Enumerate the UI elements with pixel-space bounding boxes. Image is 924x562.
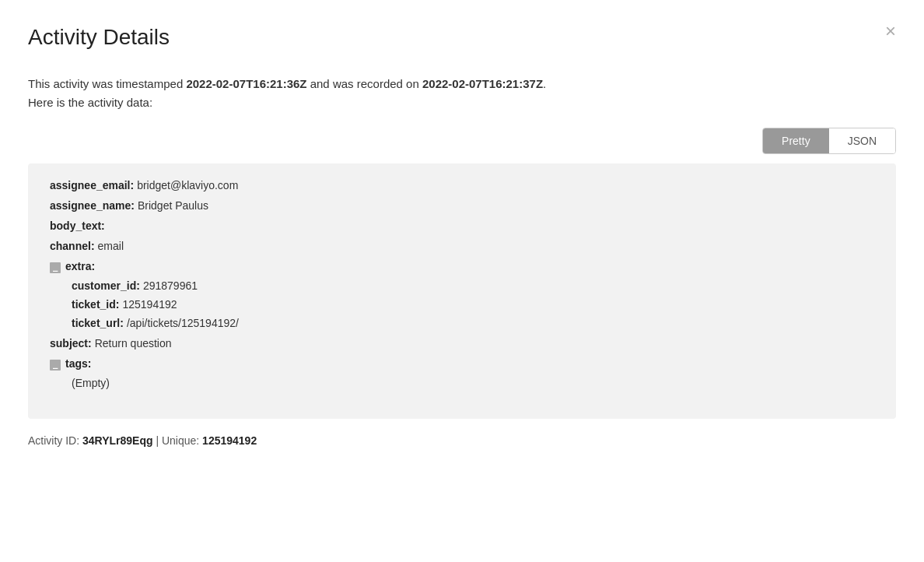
assignee-email-row: assignee_email: bridget@klaviyo.com (50, 179, 874, 191)
pretty-view-button[interactable]: Pretty (763, 128, 829, 153)
description-text: This activity was timestamped 2022-02-07… (28, 75, 896, 112)
body-text-key: body_text: (50, 220, 105, 232)
extra-collapse-icon[interactable]: ⎯ (50, 262, 61, 273)
unique-id: 125194192 (202, 434, 257, 447)
extra-nested-section: customer_id: 291879961 ticket_id: 125194… (72, 279, 874, 329)
description-suffix: . (543, 77, 546, 90)
subject-row: subject: Return question (50, 337, 874, 349)
tags-nested-section: (Empty) (72, 377, 874, 389)
tags-key: tags: (65, 357, 91, 370)
json-view-button[interactable]: JSON (829, 128, 895, 153)
channel-key: channel: (50, 240, 95, 252)
ticket-url-value: /api/tickets/125194192/ (127, 317, 239, 329)
activity-id: 34RYLr89Eqg (82, 434, 153, 447)
view-toolbar: Pretty JSON (28, 128, 896, 154)
channel-value: email (98, 240, 124, 252)
assignee-email-key: assignee_email: (50, 179, 134, 191)
description-prefix: This activity was timestamped (28, 77, 186, 90)
timestamp2: 2022-02-07T16:21:37Z (422, 77, 543, 90)
ticket-url-key: ticket_url: (72, 317, 124, 329)
footer-bar: Activity ID: 34RYLr89Eqg | Unique: 12519… (28, 434, 896, 447)
view-toggle-group: Pretty JSON (762, 128, 896, 154)
tags-row: ⎯ tags: (50, 357, 874, 371)
footer-separator: | Unique: (153, 434, 203, 447)
body-text-row: body_text: (50, 220, 874, 232)
data-panel: assignee_email: bridget@klaviyo.com assi… (28, 163, 896, 419)
ticket-id-row: ticket_id: 125194192 (72, 298, 874, 311)
assignee-name-key: assignee_name: (50, 199, 135, 212)
ticket-url-row: ticket_url: /api/tickets/125194192/ (72, 317, 874, 329)
tags-empty-row: (Empty) (72, 377, 874, 389)
assignee-email-value: bridget@klaviyo.com (137, 179, 238, 191)
activity-details-modal: Activity Details × This activity was tim… (0, 0, 924, 562)
subject-value: Return question (95, 337, 172, 349)
channel-row: channel: email (50, 240, 874, 252)
customer-id-key: customer_id: (72, 279, 140, 292)
assignee-name-value: Bridget Paulus (138, 199, 208, 212)
subject-key: subject: (50, 337, 92, 349)
timestamp1: 2022-02-07T16:21:36Z (186, 77, 306, 90)
modal-title: Activity Details (28, 25, 896, 50)
description-second-line: Here is the activity data: (28, 96, 152, 109)
customer-id-value: 291879961 (143, 279, 198, 292)
footer-prefix: Activity ID: (28, 434, 82, 447)
ticket-id-key: ticket_id: (72, 298, 119, 311)
customer-id-row: customer_id: 291879961 (72, 279, 874, 292)
tags-empty-value: (Empty) (72, 377, 110, 389)
tags-collapse-icon[interactable]: ⎯ (50, 360, 61, 371)
ticket-id-value: 125194192 (122, 298, 177, 311)
description-middle: and was recorded on (307, 77, 422, 90)
close-button[interactable]: × (885, 22, 896, 40)
extra-row: ⎯ extra: (50, 260, 874, 273)
assignee-name-row: assignee_name: Bridget Paulus (50, 199, 874, 212)
extra-key: extra: (65, 260, 95, 272)
